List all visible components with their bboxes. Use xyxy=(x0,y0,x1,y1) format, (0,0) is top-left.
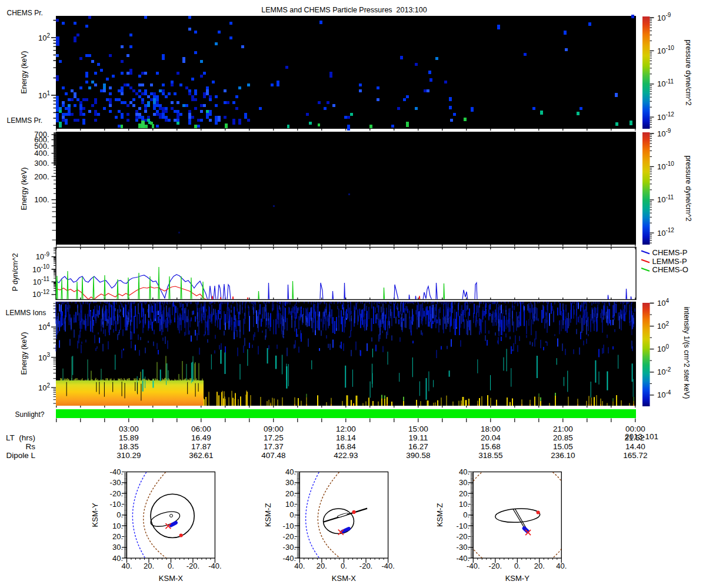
svg-text:0.: 0. xyxy=(168,562,174,570)
svg-text:0.: 0. xyxy=(289,510,296,519)
svg-text:19.11: 19.11 xyxy=(408,433,428,442)
svg-text:Energy (keV): Energy (keV) xyxy=(20,332,28,375)
svg-text:10.: 10. xyxy=(285,500,296,509)
svg-text:16.84: 16.84 xyxy=(336,442,356,451)
svg-text:700.: 700. xyxy=(34,130,49,139)
svg-text:40.: 40. xyxy=(112,554,123,563)
svg-text:20.: 20. xyxy=(459,489,469,498)
svg-text:LEMMS and CHEMS Particle Press: LEMMS and CHEMS Particle Pressures 2013:… xyxy=(261,6,427,14)
svg-text:16.49: 16.49 xyxy=(191,433,211,442)
svg-text:-20.: -20. xyxy=(457,532,469,541)
svg-text:KSM-X: KSM-X xyxy=(159,574,184,583)
svg-text:20.: 20. xyxy=(112,532,123,541)
svg-text:KSM-Y: KSM-Y xyxy=(505,574,530,583)
svg-text:236.10: 236.10 xyxy=(551,451,575,460)
svg-text:200.: 200. xyxy=(34,172,49,181)
svg-text:422.93: 422.93 xyxy=(334,451,358,460)
svg-text:40.: 40. xyxy=(121,562,132,570)
svg-text:Sunlight?: Sunlight? xyxy=(15,410,44,419)
svg-text:06:00: 06:00 xyxy=(191,425,211,433)
svg-text:20.04: 20.04 xyxy=(481,433,501,442)
svg-text:300.: 300. xyxy=(34,159,49,168)
svg-text:16.27: 16.27 xyxy=(408,442,428,451)
svg-text:165.72: 165.72 xyxy=(623,451,647,460)
svg-text:17.37: 17.37 xyxy=(264,442,284,451)
svg-text:17.25: 17.25 xyxy=(264,433,284,442)
svg-text:0.: 0. xyxy=(116,510,123,519)
svg-text:03:00: 03:00 xyxy=(119,425,139,433)
svg-text:KSM-Y: KSM-Y xyxy=(91,503,99,527)
svg-text:-40.: -40. xyxy=(467,562,479,570)
svg-text:40.: 40. xyxy=(459,467,469,476)
svg-text:362.61: 362.61 xyxy=(189,451,213,460)
svg-text:LT (hrs): LT (hrs) xyxy=(6,433,35,442)
svg-text:-10.: -10. xyxy=(283,522,296,530)
svg-text:0.: 0. xyxy=(341,562,347,570)
svg-text:10.: 10. xyxy=(112,522,123,530)
svg-text:15:00: 15:00 xyxy=(408,425,428,433)
svg-text:-40.: -40. xyxy=(381,562,394,570)
svg-text:18.14: 18.14 xyxy=(336,433,356,442)
svg-text:20.: 20. xyxy=(534,562,545,570)
svg-text:40.: 40. xyxy=(556,562,567,570)
svg-text:-30.: -30. xyxy=(457,543,469,552)
svg-text:-40.: -40. xyxy=(283,554,296,563)
svg-text:Energy (keV): Energy (keV) xyxy=(20,51,28,94)
svg-text:CHEMS-P: CHEMS-P xyxy=(652,248,688,257)
svg-text:LEMMS-P: LEMMS-P xyxy=(652,257,687,266)
svg-text:17.87: 17.87 xyxy=(191,442,211,451)
svg-text:-20.: -20. xyxy=(110,489,123,498)
svg-text:pressure dyne/cm^2: pressure dyne/cm^2 xyxy=(684,39,692,105)
svg-text:-10.: -10. xyxy=(457,522,469,530)
svg-text:18.35: 18.35 xyxy=(119,442,139,451)
svg-text:100.: 100. xyxy=(34,195,49,204)
svg-text:20.: 20. xyxy=(317,562,327,570)
svg-text:18:00: 18:00 xyxy=(481,425,501,433)
svg-text:LEMMS Pr.: LEMMS Pr. xyxy=(7,116,43,125)
svg-text:LEMMS Ions: LEMMS Ions xyxy=(6,309,46,317)
svg-text:12:00: 12:00 xyxy=(336,425,356,433)
svg-text:Dipole L: Dipole L xyxy=(6,451,35,460)
svg-text:CHEMS Pr.: CHEMS Pr. xyxy=(7,9,43,17)
svg-text:14.40: 14.40 xyxy=(625,442,645,451)
svg-text:intensity 1/(s cm^2 ster keV): intensity 1/(s cm^2 ster keV) xyxy=(682,307,691,399)
svg-text:15.89: 15.89 xyxy=(119,433,139,442)
svg-text:Energy (keV): Energy (keV) xyxy=(20,168,28,211)
svg-text:0.: 0. xyxy=(514,562,521,570)
svg-text:-30.: -30. xyxy=(283,543,296,552)
svg-text:pressure dyne/cm^2: pressure dyne/cm^2 xyxy=(684,155,692,221)
svg-text:407.48: 407.48 xyxy=(261,451,285,460)
svg-text:310.29: 310.29 xyxy=(116,451,141,460)
svg-text:-20.: -20. xyxy=(489,562,502,570)
svg-text:-40.: -40. xyxy=(110,467,123,476)
svg-text:40.: 40. xyxy=(294,562,305,570)
svg-text:2013-101: 2013-101 xyxy=(625,432,658,441)
svg-text:20.: 20. xyxy=(144,562,154,570)
svg-text:21:00: 21:00 xyxy=(553,425,573,433)
svg-text:40.: 40. xyxy=(285,467,296,476)
svg-text:30.: 30. xyxy=(112,543,123,552)
svg-text:30.: 30. xyxy=(285,478,296,487)
svg-text:-20.: -20. xyxy=(187,562,199,570)
svg-text:P dyn/cm^2: P dyn/cm^2 xyxy=(11,253,19,292)
svg-text:-30.: -30. xyxy=(110,478,123,487)
svg-text:390.58: 390.58 xyxy=(406,451,430,460)
svg-text:Rs: Rs xyxy=(26,442,36,451)
svg-text:30.: 30. xyxy=(459,478,469,487)
svg-text:10.: 10. xyxy=(459,500,469,509)
svg-text:20.: 20. xyxy=(285,489,296,498)
svg-text:15.05: 15.05 xyxy=(553,442,573,451)
svg-text:-20.: -20. xyxy=(283,532,296,541)
svg-text:09:00: 09:00 xyxy=(264,425,284,433)
svg-text:-40.: -40. xyxy=(208,562,221,570)
svg-text:KSM-X: KSM-X xyxy=(332,574,357,583)
svg-text:15.68: 15.68 xyxy=(481,442,501,451)
svg-text:20.85: 20.85 xyxy=(553,433,573,442)
svg-text:0.: 0. xyxy=(463,510,469,519)
svg-text:-10.: -10. xyxy=(110,500,123,509)
svg-text:CHEMS-O: CHEMS-O xyxy=(652,265,688,274)
svg-text:-40.: -40. xyxy=(457,554,469,563)
svg-text:KSM-Z: KSM-Z xyxy=(435,503,444,527)
svg-text:-20.: -20. xyxy=(359,562,372,570)
svg-text:318.55: 318.55 xyxy=(478,451,502,460)
